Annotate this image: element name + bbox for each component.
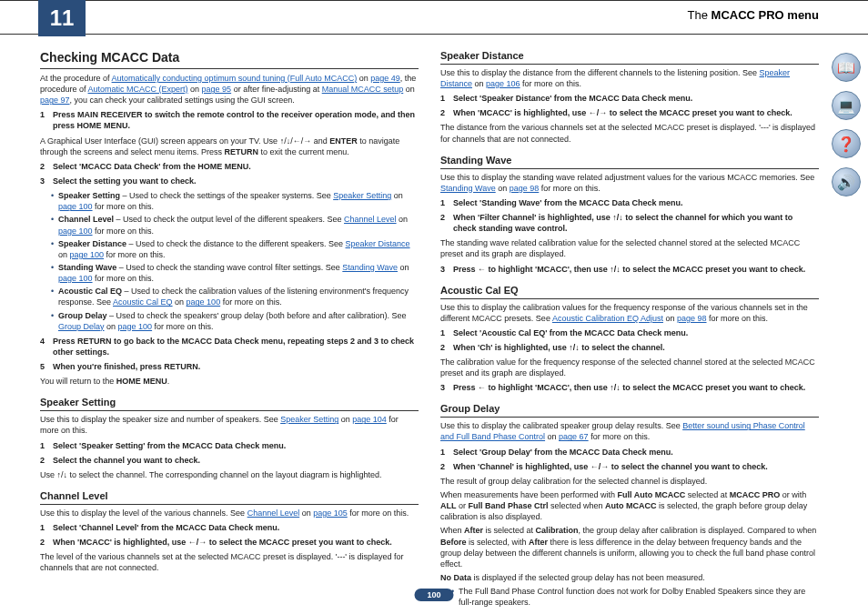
document-page: 11 The MCACC PRO menu 📖 💻 ❓ 🔊 Checking M… bbox=[0, 0, 868, 614]
link-ss[interactable]: Speaker Setting bbox=[333, 191, 391, 200]
sd-step-2: 2When 'MCACC' is highlighted, use ←/→ to… bbox=[440, 107, 819, 118]
link-ss-p[interactable]: page 100 bbox=[58, 202, 93, 211]
check-bullets: Speaker Setting – Used to check the sett… bbox=[40, 190, 419, 332]
left-column: Checking MCACC Data At the procedure of … bbox=[40, 49, 419, 609]
sw-desc: Use this to display the standing wave re… bbox=[440, 172, 819, 194]
link-sd[interactable]: Speaker Distance bbox=[346, 239, 410, 248]
gd-desc: Use this to display the calibrated speak… bbox=[440, 420, 819, 442]
bullet-group-delay: Group Delay – Used to check the speakers… bbox=[51, 310, 419, 332]
ss-step-2: 2Select the channel you want to check. bbox=[40, 455, 419, 466]
cl-step-1: 1Select 'Channel Level' from the MCACC D… bbox=[40, 522, 419, 533]
link-ac2[interactable]: Acoustic Calibration EQ Adjust bbox=[552, 314, 663, 323]
ss-desc: Use this to display the speaker size and… bbox=[40, 414, 419, 436]
heading-speaker-distance: Speaker Distance bbox=[440, 49, 819, 65]
step-4: 4Press RETURN to go back to the MCACC Da… bbox=[40, 336, 419, 357]
sw-step-1: 1Select 'Standing Wave' from the MCACC D… bbox=[440, 197, 819, 208]
bullet-standing-wave: Standing Wave – Used to check the standi… bbox=[51, 262, 419, 284]
link-ss2[interactable]: Speaker Setting bbox=[280, 415, 338, 424]
cl-step-2: 2When 'MCACC' is highlighted, use ←/→ to… bbox=[40, 537, 419, 548]
cl-desc: Use this to display the level of the var… bbox=[40, 508, 419, 518]
ss-step-1: 1Select 'Speaker Setting' from the MCACC… bbox=[40, 440, 419, 451]
link-ac2p[interactable]: page 98 bbox=[677, 314, 707, 323]
bullet-channel-level: Channel Level – Used to check the output… bbox=[51, 214, 419, 236]
ac-step-1: 1Select 'Acoustic Cal EQ' from the MCACC… bbox=[440, 327, 819, 338]
heading-checking-mcacc: Checking MCACC Data bbox=[40, 49, 419, 69]
heading-speaker-setting: Speaker Setting bbox=[40, 396, 419, 411]
gd-note-list: The Full Band Phase Control function doe… bbox=[440, 586, 819, 608]
heading-group-delay: Group Delay bbox=[440, 402, 819, 418]
sd-desc: Use this to display the distance from th… bbox=[440, 67, 819, 89]
bullet-acoustic-cal: Acoustic Cal EQ – Used to check the cali… bbox=[51, 286, 419, 307]
link-gd2p[interactable]: page 67 bbox=[559, 432, 589, 441]
side-icon-bar: 📖 💻 ❓ 🔊 bbox=[832, 53, 861, 196]
link-sw-p[interactable]: page 100 bbox=[58, 274, 93, 283]
step-1: 1Press MAIN RECEIVER to switch the remot… bbox=[40, 109, 419, 131]
link-cl-p[interactable]: page 100 bbox=[58, 226, 93, 236]
link-manual[interactable]: Manual MCACC setup bbox=[322, 85, 404, 94]
sw-step-2-desc: The standing wave related calibration va… bbox=[440, 237, 819, 259]
link-p49[interactable]: page 49 bbox=[370, 74, 400, 83]
ac-step-2-desc: The calibration value for the frequency … bbox=[440, 357, 819, 378]
sd-step-1: 1Select 'Speaker Distance' from the MCAC… bbox=[440, 93, 819, 104]
gd-note: The Full Band Phase Control function doe… bbox=[451, 586, 819, 608]
sw-step-3: 3Press ← to highlight 'MCACC', then use … bbox=[440, 264, 819, 275]
gd-step-2: 2When 'Channel' is highlighted, use ←/→ … bbox=[440, 461, 819, 472]
link-cl2p[interactable]: page 105 bbox=[313, 508, 348, 518]
link-gd-p[interactable]: page 100 bbox=[118, 322, 153, 331]
step-1-desc: A Graphical User Interface (GUI) screen … bbox=[40, 136, 419, 157]
content-columns: Checking MCACC Data At the procedure of … bbox=[0, 35, 868, 609]
link-sw2[interactable]: Standing Wave bbox=[440, 184, 496, 193]
cl-step-2-desc: The level of the various channels set at… bbox=[40, 551, 419, 573]
menu-title: The MCACC PRO menu bbox=[688, 8, 819, 22]
bullet-speaker-distance: Speaker Distance – Used to check the dis… bbox=[51, 238, 419, 260]
step-3: 3Select the setting you want to check. bbox=[40, 176, 419, 186]
speaker-icon[interactable]: 🔊 bbox=[832, 167, 861, 196]
link-ac-p[interactable]: page 100 bbox=[187, 297, 221, 307]
page-header: 11 The MCACC PRO menu bbox=[0, 0, 868, 35]
book-icon[interactable]: 📖 bbox=[832, 53, 861, 82]
link-expert[interactable]: Automatic MCACC (Expert) bbox=[88, 85, 188, 94]
link-sd-p[interactable]: page 100 bbox=[70, 250, 105, 259]
ss-step-2-desc: Use ↑/↓ to select the channel. The corre… bbox=[40, 469, 419, 480]
link-ac[interactable]: Acoustic Cal EQ bbox=[113, 297, 173, 307]
ac-step-2: 2When 'Ch' is highlighted, use ↑/↓ to se… bbox=[440, 342, 819, 353]
link-gd[interactable]: Group Delay bbox=[58, 322, 105, 331]
gd-d4: No Data is displayed if the selected gro… bbox=[440, 572, 819, 583]
gd-step-1: 1Select 'Group Delay' from the MCACC Dat… bbox=[440, 447, 819, 458]
heading-standing-wave: Standing Wave bbox=[440, 154, 819, 169]
gd-d2: When measurements have been performed wi… bbox=[440, 489, 819, 522]
link-p97[interactable]: page 97 bbox=[40, 96, 70, 105]
link-full-auto[interactable]: Automatically conducting optimum sound t… bbox=[112, 74, 358, 83]
sd-step-2-desc: The distance from the various channels s… bbox=[440, 122, 819, 144]
sw-step-2: 2When 'Filter Channel' is highlighted, u… bbox=[440, 212, 819, 234]
step-5-desc: You will return to the HOME MENU. bbox=[40, 376, 419, 387]
step-2: 2Select 'MCACC Data Check' from the HOME… bbox=[40, 161, 419, 172]
intro-text: At the procedure of Automatically conduc… bbox=[40, 73, 419, 106]
heading-channel-level: Channel Level bbox=[40, 489, 419, 505]
link-ss2p[interactable]: page 104 bbox=[352, 415, 387, 424]
link-sw[interactable]: Standing Wave bbox=[342, 263, 398, 272]
right-column: Speaker Distance Use this to display the… bbox=[440, 49, 819, 609]
gd-d3: When After is selected at Calibration, t… bbox=[440, 525, 819, 569]
step-5: 5When you're finished, press RETURN. bbox=[40, 361, 419, 372]
link-cl[interactable]: Channel Level bbox=[344, 215, 397, 224]
heading-acoustic-cal: Acoustic Cal EQ bbox=[440, 284, 819, 299]
menu-prefix: The bbox=[688, 8, 708, 22]
link-cl2[interactable]: Channel Level bbox=[247, 508, 300, 518]
chapter-number: 11 bbox=[38, 0, 86, 36]
gd-d1: The result of group delay calibration fo… bbox=[440, 476, 819, 487]
screen-icon[interactable]: 💻 bbox=[832, 91, 861, 120]
link-sd2p[interactable]: page 106 bbox=[486, 79, 520, 88]
link-p95[interactable]: page 95 bbox=[202, 85, 232, 94]
ac-step-3: 3Press ← to highlight 'MCACC', then use … bbox=[440, 382, 819, 393]
link-sw2p[interactable]: page 98 bbox=[510, 184, 540, 193]
ac-desc: Use this to display the calibration valu… bbox=[440, 302, 819, 324]
help-icon[interactable]: ❓ bbox=[832, 129, 861, 158]
bullet-speaker-setting: Speaker Setting – Used to check the sett… bbox=[51, 190, 419, 212]
menu-bold: MCACC PRO menu bbox=[712, 8, 819, 22]
page-number-badge: 100 bbox=[414, 589, 453, 601]
